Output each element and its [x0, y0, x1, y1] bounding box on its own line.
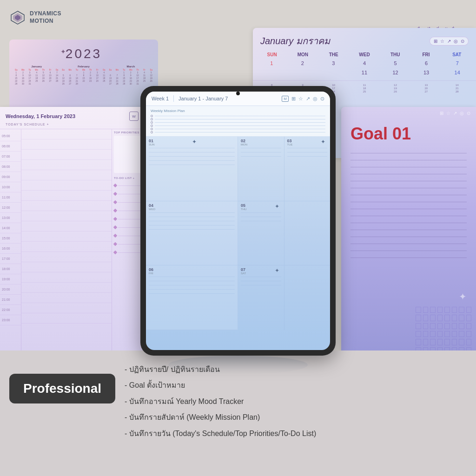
mission-item — [151, 121, 325, 124]
time-15: 15:00 — [0, 233, 21, 244]
time-column: 05:00 06:00 07:00 08:00 09:00 10:00 11:0… — [0, 129, 21, 357]
mission-label: Weekly Mission Plan — [151, 109, 325, 113]
week-icon-star: ☆ — [298, 96, 303, 102]
goal-page: ⊞ ☆ ↗ ◎ ⊙ Goal 01 ✦ — [341, 107, 476, 358]
mission-item — [151, 125, 325, 127]
cal-icon-nav: ⊙ — [461, 39, 464, 44]
logo: DYNAMICS MOTION — [9, 9, 61, 26]
tablet-camera — [236, 92, 240, 95]
yearly-cal-year: 2023 — [9, 40, 158, 61]
daily-planner: Wednesday, 1 February 2023 W TODAY'S SCH… — [0, 107, 144, 358]
time-09: 09:00 — [0, 172, 21, 182]
monthly-cal-header: January มกราคม ⊞ ☆ ↗ ◎ ⊙ — [253, 28, 476, 52]
time-05: 05:00 — [0, 131, 21, 141]
time-06: 06:00 — [0, 141, 21, 152]
goal-icon-circle2: ⊙ — [467, 111, 470, 116]
time-18: 18:00 — [0, 264, 21, 274]
time-20: 20:00 — [0, 284, 21, 295]
logo-icon — [9, 9, 26, 26]
week-icons: M ⊞ ☆ ↗ ◎ ⊙ — [282, 96, 324, 102]
week-icon-circle1: ◎ — [313, 96, 317, 102]
goal-icon-star: ☆ — [446, 111, 450, 116]
goal-icons: ⊞ ☆ ↗ ◎ ⊙ — [440, 111, 470, 116]
todo-item — [114, 240, 142, 248]
mission-item — [151, 131, 325, 133]
priorities-box — [114, 136, 142, 173]
time-21: 21:00 — [0, 295, 21, 305]
cal-icon-star: ☆ — [440, 39, 444, 44]
goal-title: Goal 01 — [341, 119, 476, 148]
brand-name: DYNAMICS MOTION — [30, 10, 61, 25]
tablet-screen: Week 1 January 1 - January 7 M ⊞ ☆ ↗ ◎ ⊙… — [146, 92, 330, 350]
week-day-07: 07 SAT ✦ — [238, 265, 330, 330]
cal-icon-circle: ◎ — [454, 39, 458, 44]
time-10: 10:00 — [0, 182, 21, 192]
priorities-column: TOP PRIORITIES TO-DO LIST + — [112, 129, 144, 357]
daily-header: Wednesday, 1 February 2023 W TODAY'S SCH… — [0, 107, 144, 129]
week-icon-circle2: ⊙ — [320, 96, 324, 102]
week-label: Week 1 — [152, 96, 169, 101]
todo-item — [114, 206, 142, 215]
weekly-day-grid: 01 SUN ✦ 02 MON 03 TUE — [146, 137, 330, 330]
todo-item — [114, 198, 142, 206]
monthly-cal-icon-bar: ⊞ ☆ ↗ ◎ ⊙ — [430, 37, 469, 46]
todo-item — [114, 190, 142, 198]
time-08: 08:00 — [0, 162, 21, 172]
week-divider — [173, 95, 174, 102]
todo-label: TO-DO LIST + — [114, 177, 142, 179]
monthly-cal-days-header: SUN MON THE WED THU FRI SAT — [253, 52, 476, 57]
time-22: 22:00 — [0, 305, 21, 315]
weekly-mission: Weekly Mission Plan — [146, 106, 330, 137]
cal-icon-grid: ⊞ — [434, 39, 437, 44]
todo-item — [114, 231, 142, 240]
feature-weekly: - บันทึกรายสัปดาห์ (Weekly Mission Plan) — [125, 412, 467, 423]
week-icon-grid: ⊞ — [291, 96, 296, 102]
time-17: 17:00 — [0, 254, 21, 264]
feature-goal: - Goal ตั้งเป้าหมาย — [125, 380, 467, 390]
week-dates: January 1 - January 7 — [178, 96, 277, 101]
yearly-cal-star-deco: ✦ — [60, 48, 66, 55]
cal-icon-share: ↗ — [447, 39, 451, 44]
time-11: 11:00 — [0, 192, 21, 203]
goal-header: ⊞ ☆ ↗ ◎ ⊙ — [341, 107, 476, 119]
week-day-01: 01 SUN ✦ — [146, 137, 238, 201]
weekly-icon: W — [129, 112, 139, 121]
yearly-mini-months: January Su Mo Tu We Th Fr Sa 1234567 891… — [9, 61, 158, 85]
feature-mood-tracker: - บันทึกอารมณ์ Yearly Mood Tracker — [125, 397, 467, 407]
mission-item — [151, 118, 325, 120]
goal-icon-share: ↗ — [453, 111, 457, 116]
mission-items — [151, 115, 325, 133]
time-12: 12:00 — [0, 203, 21, 213]
tablet-reflection — [168, 356, 308, 374]
week-icon-m: M — [282, 96, 289, 102]
todo-item — [114, 248, 142, 257]
time-13: 13:00 — [0, 213, 21, 223]
goal-lines — [341, 148, 476, 269]
mission-item — [151, 115, 325, 117]
time-14: 14:00 — [0, 223, 21, 233]
daily-body: 05:00 06:00 07:00 08:00 09:00 10:00 11:0… — [0, 129, 144, 357]
goal-grid-decoration — [416, 307, 471, 353]
week-day-04: 04 WED — [146, 201, 238, 266]
mission-item — [151, 128, 325, 130]
tablet-device: Week 1 January 1 - January 7 M ⊞ ☆ ↗ ◎ ⊙… — [140, 86, 336, 356]
week-day-06: 06 FRI — [146, 265, 238, 330]
monthly-cal-title: January มกราคม — [260, 33, 330, 48]
daily-schedule-label: TODAY'S SCHEDULE + — [6, 123, 139, 126]
week-day-05: 05 THU ✦ — [238, 201, 330, 266]
todo-item — [114, 223, 142, 231]
monthly-cal-grid: 1 2 3 4 5 6 7 11 12 13 14 — [253, 57, 476, 79]
goal-star-deco: ✦ — [459, 291, 467, 302]
week-icon-share: ↗ — [306, 96, 310, 102]
professional-badge: Professional — [9, 374, 115, 403]
todo-item — [114, 215, 142, 223]
daily-date: Wednesday, 1 February 2023 — [6, 113, 75, 119]
features-list: - ปฏิทินรายปี/ ปฏิทินรายเดือน - Goal ตั้… — [125, 360, 467, 444]
todo-item — [114, 181, 142, 190]
goal-icon-grid: ⊞ — [440, 111, 443, 116]
goal-icon-circle1: ◎ — [460, 111, 464, 116]
priorities-label: TOP PRIORITIES — [114, 131, 142, 134]
schedule-column — [21, 129, 112, 357]
time-07: 07:00 — [0, 152, 21, 162]
time-19: 19:00 — [0, 274, 21, 284]
